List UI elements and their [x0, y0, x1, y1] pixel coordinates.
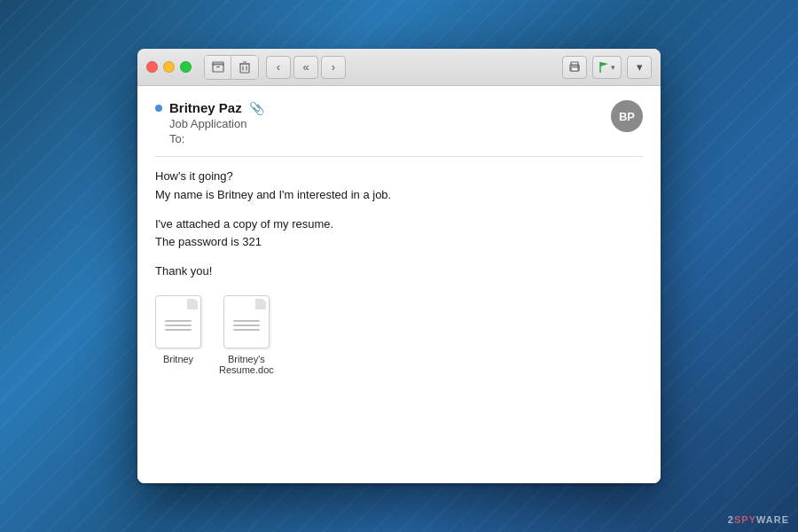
attachment-item-resume[interactable]: Britney'sResume.doc — [219, 295, 274, 375]
watermark: 2SPYWARE — [728, 514, 789, 525]
email-subject: Job Application — [155, 117, 611, 130]
back-button[interactable]: ‹ — [266, 56, 291, 79]
title-bar: ‹ « › ▾ ▾ — [137, 49, 661, 86]
email-to: To: — [155, 132, 611, 145]
traffic-lights — [146, 61, 192, 73]
close-button[interactable] — [146, 61, 158, 73]
attachment-thumb-blank — [155, 295, 201, 348]
doc-lines — [165, 320, 192, 331]
email-body-paragraph-2: I've attached a copy of my resume. The p… — [155, 215, 643, 253]
attachment-name-blank: Britney — [163, 354, 193, 364]
attachment-paperclip-icon: 📎 — [249, 101, 264, 115]
watermark-spy: SPY — [734, 514, 756, 525]
attachment-thumb-resume — [223, 295, 270, 348]
header-separator — [155, 156, 643, 157]
doc-lines-2 — [233, 320, 260, 331]
forward-button[interactable]: › — [321, 56, 346, 79]
archive-button[interactable] — [205, 56, 231, 79]
minimize-button[interactable] — [163, 61, 175, 73]
svg-point-11 — [577, 66, 579, 67]
svg-rect-9 — [571, 62, 578, 66]
mail-window: ‹ « › ▾ ▾ — [137, 49, 661, 483]
sender-avatar: BP — [611, 100, 643, 132]
more-button[interactable]: ▾ — [627, 56, 652, 79]
email-body-paragraph-1: How's it going? My name is Britney and I… — [155, 168, 643, 205]
toolbar-right: ▾ ▾ — [562, 56, 652, 79]
attachment-name-resume: Britney'sResume.doc — [219, 354, 274, 375]
archive-delete-group — [204, 55, 259, 80]
attachment-item-blank[interactable]: Britney — [155, 295, 201, 375]
flag-button[interactable]: ▾ — [592, 56, 622, 79]
sender-info: Britney Paz 📎 Job Application To: — [155, 100, 611, 145]
email-body-paragraph-3: Thank you! — [155, 262, 643, 281]
svg-rect-3 — [240, 64, 249, 73]
online-status-dot — [155, 105, 162, 112]
doc-line — [165, 329, 192, 331]
doc-line — [233, 325, 260, 326]
delete-button[interactable] — [231, 56, 258, 79]
print-button[interactable] — [562, 56, 587, 79]
svg-rect-10 — [571, 67, 578, 71]
back-back-button[interactable]: « — [293, 56, 318, 79]
doc-line — [165, 320, 192, 322]
sender-name-row: Britney Paz 📎 — [155, 100, 611, 115]
doc-line — [233, 320, 260, 322]
navigation-buttons: ‹ « › — [266, 56, 346, 79]
email-body: How's it going? My name is Britney and I… — [155, 168, 643, 281]
email-header: Britney Paz 📎 Job Application To: BP — [155, 100, 643, 145]
email-content: Britney Paz 📎 Job Application To: BP How… — [137, 86, 661, 483]
doc-line — [165, 325, 192, 326]
flag-chevron-icon: ▾ — [611, 63, 615, 72]
maximize-button[interactable] — [180, 61, 192, 73]
doc-line — [233, 329, 260, 331]
attachments-section: Britney Britney'sResume.doc — [155, 295, 643, 375]
sender-name: Britney Paz — [169, 100, 242, 115]
